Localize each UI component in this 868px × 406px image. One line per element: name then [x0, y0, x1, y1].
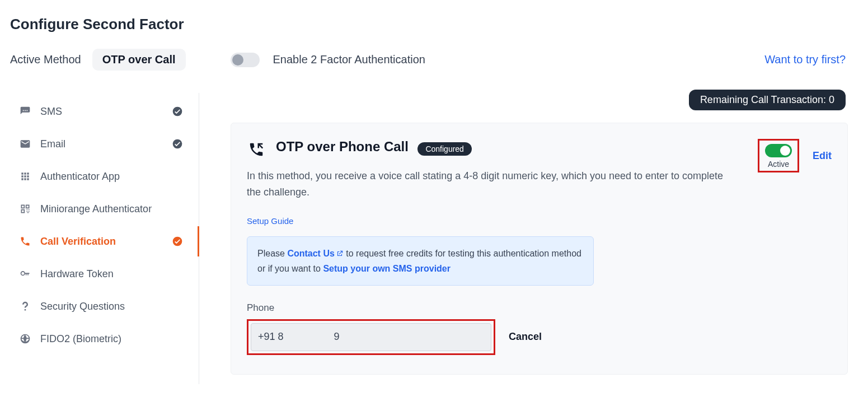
- sidebar-item-label: Security Questions: [40, 301, 125, 312]
- sidebar-item-authenticator-app[interactable]: Authenticator App: [13, 160, 199, 193]
- contact-us-link[interactable]: Contact Us: [287, 249, 334, 258]
- phone-icon: [19, 235, 31, 248]
- page-title: Configure Second Factor: [10, 16, 859, 33]
- sms-icon: [19, 105, 31, 118]
- globe-lock-icon: [19, 333, 31, 345]
- question-icon: [19, 300, 31, 312]
- hardware-token-icon: [19, 268, 31, 280]
- configured-badge: Configured: [417, 142, 472, 156]
- check-icon: [172, 236, 183, 247]
- cancel-button[interactable]: Cancel: [509, 331, 542, 343]
- svg-point-0: [173, 107, 182, 116]
- sidebar-item-miniorange-authenticator[interactable]: Miniorange Authenticator: [13, 193, 199, 225]
- phone-callback-icon: [247, 140, 266, 159]
- active-toggle-label: Active: [768, 160, 789, 169]
- top-bar: Active Method OTP over Call Enable 2 Fac…: [9, 49, 859, 71]
- qr-icon: [19, 203, 31, 215]
- setup-guide-link[interactable]: Setup Guide: [247, 216, 293, 226]
- sidebar-item-label: Miniorange Authenticator: [40, 203, 152, 215]
- sidebar-item-email[interactable]: Email: [13, 128, 199, 160]
- sidebar-item-fido2[interactable]: FIDO2 (Biometric): [13, 323, 199, 355]
- check-icon: [172, 138, 183, 150]
- main-panel: Remaining Call Transaction: 0 Active Edi…: [199, 93, 859, 375]
- sidebar-item-hardware-token[interactable]: Hardware Token: [13, 258, 199, 290]
- method-description: In this method, you receive a voice call…: [247, 168, 739, 200]
- active-method-value: OTP over Call: [92, 49, 186, 71]
- phone-label: Phone: [247, 302, 832, 314]
- sidebar-item-sms[interactable]: SMS: [13, 95, 199, 128]
- check-icon: [172, 106, 183, 117]
- enable-2fa-toggle[interactable]: [231, 53, 260, 67]
- sidebar-item-call-verification[interactable]: Call Verification: [13, 225, 199, 258]
- method-card: Active Edit OTP over Phone Call Configur…: [231, 123, 848, 375]
- method-title: OTP over Phone Call: [276, 139, 409, 154]
- svg-point-1: [173, 139, 182, 149]
- remaining-transactions-badge: Remaining Call Transaction: 0: [689, 90, 846, 110]
- want-to-try-link[interactable]: Want to try first?: [764, 53, 846, 66]
- external-link-icon: [336, 250, 344, 258]
- info-text-prefix: Please: [257, 249, 287, 258]
- email-icon: [19, 138, 31, 150]
- grid-icon: [19, 170, 31, 183]
- active-toggle-highlight: Active: [758, 139, 799, 172]
- svg-point-2: [173, 237, 182, 246]
- sidebar-item-label: SMS: [40, 106, 62, 118]
- edit-button[interactable]: Edit: [813, 150, 832, 162]
- enable-2fa-label: Enable 2 Factor Authentication: [273, 53, 425, 66]
- sidebar-item-security-questions[interactable]: Security Questions: [13, 290, 199, 323]
- info-box: Please Contact Us to request free credit…: [247, 236, 594, 286]
- sidebar-item-label: Call Verification: [40, 236, 116, 248]
- setup-sms-provider-link[interactable]: Setup your own SMS provider: [323, 264, 451, 273]
- phone-field-highlight: [247, 319, 495, 355]
- sidebar-item-label: FIDO2 (Biometric): [40, 333, 121, 345]
- sidebar-item-label: Email: [40, 138, 65, 150]
- active-method-label: Active Method: [10, 53, 81, 66]
- phone-input[interactable]: [251, 323, 491, 351]
- sidebar: SMS Email Authenticator App: [9, 93, 199, 384]
- active-toggle[interactable]: [765, 144, 792, 157]
- sidebar-item-label: Hardware Token: [40, 268, 114, 280]
- sidebar-item-label: Authenticator App: [40, 171, 120, 183]
